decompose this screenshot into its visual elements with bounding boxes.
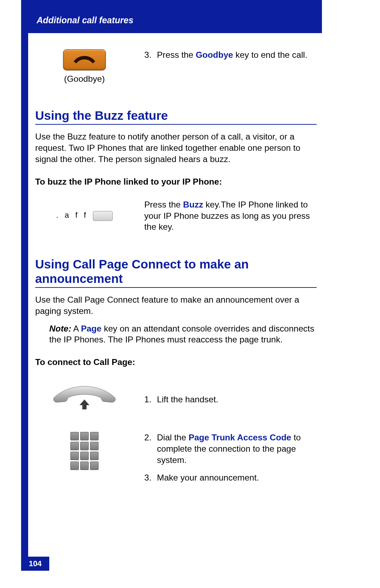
- step-text: Make your announcement.: [157, 472, 259, 483]
- buzz-step-text: Press the Buzz key.The IP Phone linked t…: [144, 199, 317, 233]
- buzz-visual: . a f f: [35, 211, 134, 221]
- buzz-step-row: . a f f Press the Buzz key.The IP Phone …: [35, 199, 317, 233]
- page-number: 104: [21, 557, 49, 571]
- document-page: Additional call features (Goodbye) 3. Pr…: [0, 0, 380, 588]
- heading-rule: [35, 287, 317, 288]
- buzz-key-word: Buzz: [183, 200, 203, 209]
- goodbye-visual: (Goodbye): [35, 49, 134, 84]
- step-text: Lift the handset.: [157, 394, 218, 405]
- heading-rule: [35, 124, 317, 125]
- keypad-visual: [35, 432, 134, 483]
- step-number: 1.: [144, 394, 157, 405]
- callpage-step1-text: 1. Lift the handset.: [144, 394, 317, 405]
- aff-label: . a f f: [56, 211, 88, 219]
- buzz-subheading: To buzz the IP Phone linked to your IP P…: [35, 177, 317, 187]
- step-number: 3.: [144, 472, 157, 483]
- step-number: 3.: [144, 49, 157, 61]
- step-text: Dial the Page Trunk Access Code to compl…: [157, 432, 317, 466]
- buzz-paragraph: Use the Buzz feature to notify another p…: [35, 131, 317, 165]
- callpage-heading: Using Call Page Connect to make an annou…: [35, 257, 317, 286]
- keypad-icon: [70, 432, 99, 470]
- handset-visual: [35, 385, 134, 414]
- callpage-paragraph: Use the Call Page Connect feature to mak…: [35, 294, 317, 317]
- step-number: 2.: [144, 432, 157, 466]
- page-key-word: Page: [81, 324, 102, 333]
- handset-icon: [49, 385, 120, 413]
- buzz-heading: Using the Buzz feature: [35, 109, 317, 123]
- content-area: (Goodbye) 3. Press the Goodbye key to en…: [35, 37, 317, 483]
- goodbye-step-text: 3. Press the Goodbye key to end the call…: [144, 49, 317, 84]
- goodbye-step-row: (Goodbye) 3. Press the Goodbye key to en…: [35, 49, 317, 84]
- step-text: Press the Goodbye key to end the call.: [157, 49, 308, 61]
- page-trunk-code-word: Page Trunk Access Code: [189, 433, 291, 442]
- callpage-note: Note: A Page key on an attendant console…: [35, 323, 317, 346]
- goodbye-key-icon: [63, 49, 106, 70]
- callpage-step23-text: 2. Dial the Page Trunk Access Code to co…: [144, 432, 317, 483]
- header-title: Additional call features: [37, 15, 133, 25]
- callpage-subheading: To connect to Call Page:: [35, 357, 317, 367]
- note-label: Note:: [49, 324, 71, 333]
- goodbye-caption: (Goodbye): [35, 74, 134, 84]
- softkey-icon: [93, 211, 113, 221]
- left-blue-strip: [21, 0, 28, 571]
- header-band: Additional call features: [21, 0, 322, 33]
- callpage-step1-row: 1. Lift the handset.: [35, 385, 317, 414]
- goodbye-key-word: Goodbye: [196, 50, 233, 60]
- callpage-step23-row: 2. Dial the Page Trunk Access Code to co…: [35, 432, 317, 483]
